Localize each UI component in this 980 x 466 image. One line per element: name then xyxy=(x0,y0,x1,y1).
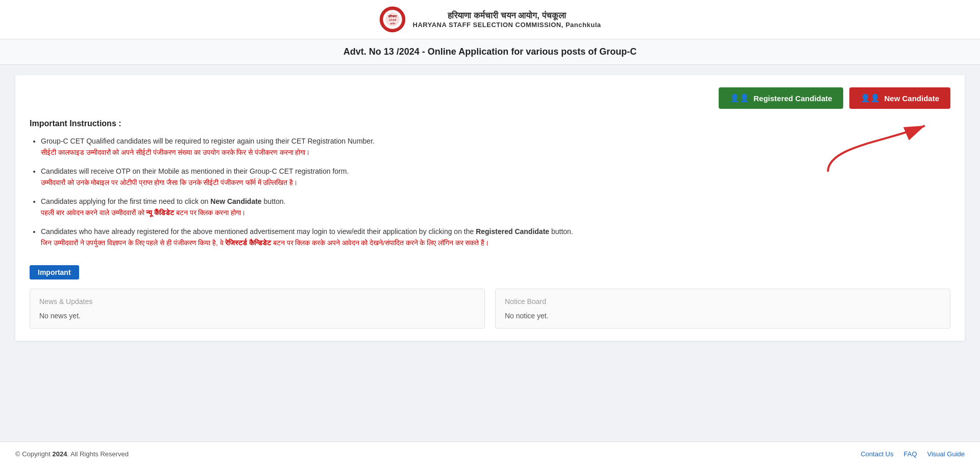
new-candidate-button[interactable]: 👤👤 New Candidate xyxy=(849,87,950,109)
important-badge: Important xyxy=(30,265,79,279)
instruction-item-2: Candidates will receive OTP on their Mob… xyxy=(41,166,950,189)
instruction-item-3: Candidates applying for the first time n… xyxy=(41,196,950,219)
instruction-2-english: Candidates will receive OTP on their Mob… xyxy=(41,167,349,175)
instruction-4-hindi: जिन उम्मीदवारों ने उपर्युक्त विज्ञापन के… xyxy=(41,239,489,247)
svg-text:हरियाणा: हरियाणा xyxy=(388,14,397,18)
registered-candidate-label: Registered Candidate xyxy=(753,94,832,103)
button-row: 👤👤 Registered Candidate 👤👤 New Candidate xyxy=(30,87,950,109)
instructions-title: Important Instructions : xyxy=(30,119,950,128)
header-english-title: HARYANA STAFF SELECTION COMMISSION, Panc… xyxy=(413,21,601,29)
svg-text:कर्मचारी: कर्मचारी xyxy=(388,18,397,21)
content-card: 👤👤 Registered Candidate 👤👤 New Candidate… xyxy=(15,75,965,341)
instructions-list: Group-C CET Qualified candidates will be… xyxy=(30,135,950,249)
user-add-icon: 👤👤 xyxy=(861,94,880,103)
instruction-1-hindi: सीईटी कालफाइड उम्मीदवारों को अपने सीईटी … xyxy=(41,149,310,156)
users-icon: 👤👤 xyxy=(730,94,749,103)
footer-copyright: © Copyright 2024. All Rights Reserved xyxy=(15,450,129,458)
notice-panel-content: No notice yet. xyxy=(505,312,941,320)
news-panel: News & Updates No news yet. xyxy=(30,289,485,329)
svg-text:आयोग: आयोग xyxy=(389,22,395,25)
news-panel-title: News & Updates xyxy=(39,297,475,306)
instruction-4-english: Candidates who have already registered f… xyxy=(41,227,573,236)
notice-panel-title: Notice Board xyxy=(505,297,941,306)
advertisement-title: Advt. No 13 /2024 - Online Application f… xyxy=(0,39,980,65)
footer-links: Contact Us FAQ Visual Guide xyxy=(861,450,965,458)
emblem-icon: हरियाणा कर्मचारी आयोग xyxy=(379,6,406,33)
main-content: 👤👤 Registered Candidate 👤👤 New Candidate… xyxy=(0,65,980,441)
instruction-3-hindi: पहली बार आवेदन करने वाले उम्मीदवारों को … xyxy=(41,209,246,217)
news-panel-content: No news yet. xyxy=(39,312,475,320)
instruction-2-hindi: उम्मीदवारों को उनके मोबाइल पर ओटीपी प्रा… xyxy=(41,179,298,187)
visual-guide-link[interactable]: Visual Guide xyxy=(927,450,965,458)
instruction-1-english: Group-C CET Qualified candidates will be… xyxy=(41,137,375,145)
page-header: हरियाणा कर्मचारी आयोग हरियाणा कर्मचारी च… xyxy=(0,0,980,39)
registered-candidate-button[interactable]: 👤👤 Registered Candidate xyxy=(719,87,843,109)
header-hindi-title: हरियाणा कर्मचारी चयन आयोग, पंचकूला xyxy=(413,11,601,21)
instruction-item-1: Group-C CET Qualified candidates will be… xyxy=(41,135,950,158)
page-footer: © Copyright 2024. All Rights Reserved Co… xyxy=(0,441,980,466)
new-candidate-label: New Candidate xyxy=(884,94,939,103)
instruction-3-english: Candidates applying for the first time n… xyxy=(41,197,285,205)
notice-panel: Notice Board No notice yet. xyxy=(495,289,950,329)
news-notice-row: News & Updates No news yet. Notice Board… xyxy=(30,289,950,329)
contact-us-link[interactable]: Contact Us xyxy=(861,450,893,458)
faq-link[interactable]: FAQ xyxy=(904,450,917,458)
header-text-block: हरियाणा कर्मचारी चयन आयोग, पंचकूला HARYA… xyxy=(413,11,601,29)
instruction-item-4: Candidates who have already registered f… xyxy=(41,226,950,249)
